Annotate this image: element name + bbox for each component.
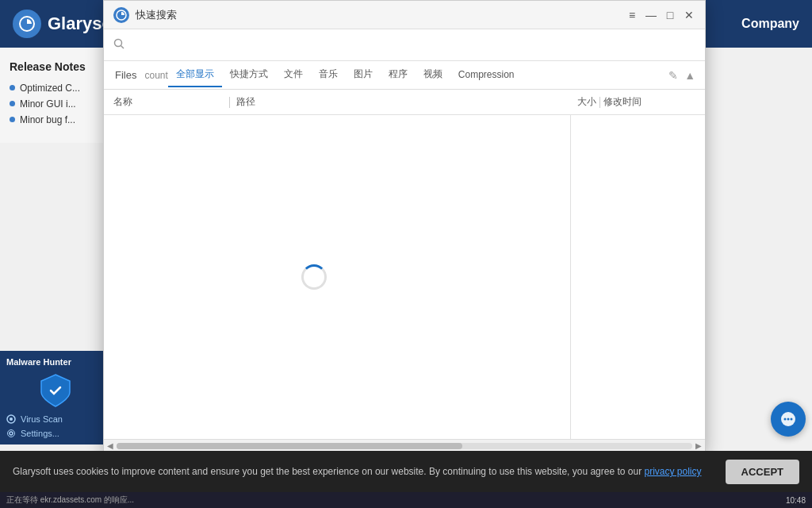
scroll-right-button[interactable]: ▶: [695, 441, 702, 450]
release-item-2: Minor GUI i...: [10, 98, 102, 110]
release-notes-area: Release Notes Optimized C... Minor GUI i…: [0, 48, 111, 143]
menu-button[interactable]: ≡: [626, 9, 638, 21]
release-item-text-3: Minor bug f...: [20, 114, 75, 125]
files-label: Files: [110, 69, 141, 81]
release-dot-1: [10, 85, 15, 90]
taskbar-time: 10:48: [786, 496, 806, 505]
dialog-tabs: Files count 全部显示 快捷方式 文件 音乐 图片 程序 视频 Com…: [104, 61, 705, 90]
dialog-logo: [113, 7, 129, 23]
virus-scan-label: Virus Scan: [21, 414, 63, 424]
release-dot-2: [10, 101, 15, 106]
chat-bubble-button[interactable]: [771, 402, 806, 437]
virus-scan-item[interactable]: Virus Scan: [6, 414, 105, 424]
scroll-left-button[interactable]: ◀: [107, 441, 113, 450]
files-count: count: [144, 70, 167, 81]
tab-music[interactable]: 音乐: [311, 63, 346, 87]
search-input[interactable]: [131, 39, 695, 51]
svg-point-6: [115, 40, 122, 47]
tab-shortcut[interactable]: 快捷方式: [222, 63, 276, 87]
dialog-title: 快速搜索: [136, 8, 626, 22]
scroll-thumb: [117, 443, 462, 449]
col-divider-2: [599, 97, 600, 108]
col-path-header: 路径: [230, 95, 533, 109]
gs-logo-circle: [13, 10, 41, 38]
loading-spinner: [301, 264, 327, 290]
svg-line-7: [121, 46, 124, 49]
malware-shield: [6, 373, 105, 408]
malware-card: Malware Hunter Virus Scan Settings...: [0, 351, 111, 444]
svg-point-11: [791, 418, 793, 421]
dialog-titlebar: 快速搜索 ≡ — □ ✕: [104, 1, 705, 29]
release-item-text-1: Optimized C...: [20, 83, 80, 94]
preview-panel: [570, 115, 705, 439]
tab-all[interactable]: 全部显示: [168, 63, 222, 87]
release-notes-title: Release Notes: [10, 60, 102, 73]
tab-program[interactable]: 程序: [381, 63, 416, 87]
col-modified-header: 修改时间: [603, 95, 699, 109]
tab-edit-icon[interactable]: ✎: [665, 69, 681, 82]
taskbar: 正在等待 ekr.zdassets.com 的响应... 10:48: [0, 492, 812, 508]
dialog-scrollbar[interactable]: ◀ ▶: [104, 439, 705, 452]
close-button[interactable]: ✕: [683, 9, 695, 21]
tab-image[interactable]: 图片: [346, 63, 381, 87]
svg-point-2: [10, 418, 13, 421]
col-name-header: 名称: [110, 95, 229, 109]
tab-compression[interactable]: Compression: [450, 64, 523, 87]
table-body: [104, 115, 705, 439]
table-main: [104, 115, 570, 439]
release-dot-3: [10, 117, 15, 122]
release-item-1: Optimized C...: [10, 83, 102, 94]
dialog-search-bar: [104, 29, 705, 61]
table-header: 名称 路径 大小 修改时间: [104, 90, 705, 115]
col-size-header: 大小: [533, 95, 596, 109]
scroll-track[interactable]: [117, 443, 692, 449]
svg-point-4: [8, 430, 15, 437]
status-text: 正在等待 ekr.zdassets.com 的响应...: [6, 495, 134, 506]
release-item-text-2: Minor GUI i...: [20, 98, 76, 110]
maximize-button[interactable]: □: [664, 9, 676, 21]
tab-video[interactable]: 视频: [416, 63, 450, 87]
malware-settings-label: Settings...: [21, 429, 59, 438]
search-icon: [113, 38, 124, 52]
svg-point-9: [784, 418, 787, 421]
svg-point-3: [10, 432, 13, 435]
malware-settings-item[interactable]: Settings...: [6, 429, 105, 438]
privacy-policy-link[interactable]: privacy policy: [644, 466, 701, 477]
malware-title: Malware Hunter: [6, 357, 105, 367]
gs-company: Company: [741, 17, 799, 31]
quick-search-dialog: 快速搜索 ≡ — □ ✕ Files count 全部显示 快捷方式 文件 音乐…: [103, 0, 706, 452]
dialog-controls: ≡ — □ ✕: [626, 9, 695, 21]
cookie-banner: Glarysoft uses cookies to improve conten…: [0, 451, 812, 492]
accept-button[interactable]: ACCEPT: [726, 460, 799, 484]
tab-collapse-icon[interactable]: ▲: [681, 69, 699, 82]
minimize-button[interactable]: —: [645, 9, 657, 21]
svg-point-10: [787, 418, 790, 421]
cookie-text: Glarysoft uses cookies to improve conten…: [13, 466, 716, 477]
tab-file[interactable]: 文件: [276, 63, 311, 87]
release-item-3: Minor bug f...: [10, 114, 102, 125]
